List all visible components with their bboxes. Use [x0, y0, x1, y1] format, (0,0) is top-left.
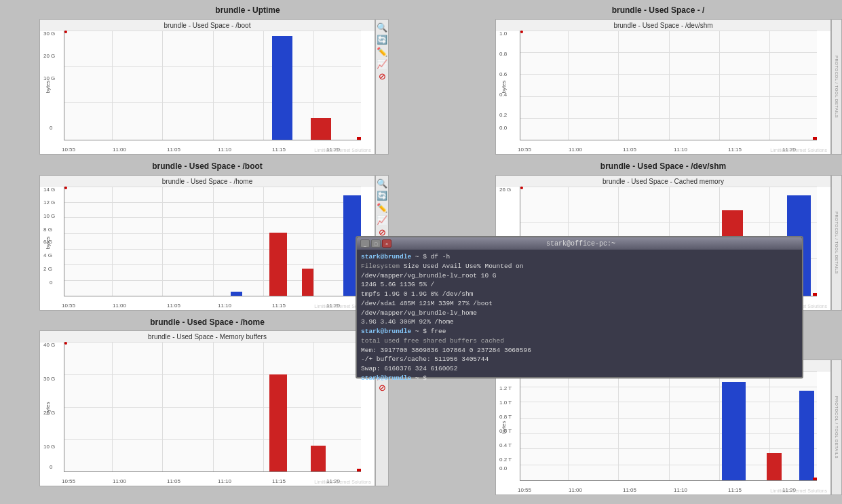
- edit-icon[interactable]: ✏️: [377, 47, 387, 57]
- bar-home-red2: [302, 269, 313, 296]
- chart-home-area: [64, 187, 361, 296]
- bar-home-red: [269, 233, 287, 296]
- chart-boot-watermark: Limitless Internet Solutions: [314, 148, 371, 153]
- terminal-titlebar: _ □ × stark@office-pc:~: [357, 237, 802, 250]
- terminal-close-btn[interactable]: ×: [382, 239, 391, 248]
- stop-icon[interactable]: ⊘: [379, 71, 386, 81]
- chart-home-panel: brundle - Used Space - /home bytes 14 G …: [39, 175, 375, 311]
- sidebar-right-mid: PROTOCOL / TOOL DETAILS: [831, 175, 842, 311]
- edit-icon2[interactable]: ✏️: [377, 203, 387, 213]
- search-icon[interactable]: 🔍: [377, 22, 387, 33]
- label-devshm-sub: brundle - Used Space - /dev/shm: [495, 161, 831, 171]
- sidebar-right-bot: PROTOCOL / TOOL DETAILS: [831, 360, 842, 495]
- sidebar-tools-left: 🔍 🔄 ✏️ 📈 ⊘: [375, 19, 389, 155]
- terminal-minimize-btn[interactable]: _: [360, 239, 370, 248]
- terminal-window[interactable]: _ □ × stark@office-pc:~ stark@brundle ~ …: [356, 236, 803, 379]
- chart-membuf-watermark: Limitless Internet Solutions: [314, 480, 371, 484]
- label-boot-sub: brundle - Used Space - /boot: [39, 161, 375, 171]
- chart-boot-panel: brundle - Used Space - /boot bytes 30 G …: [39, 19, 375, 155]
- chart-home-title: brundle - Used Space - /home: [40, 176, 375, 187]
- terminal-title: stark@office-pc:~: [391, 240, 770, 248]
- chart-boot-title: brundle - Used Space - /boot: [40, 20, 375, 31]
- title-used-space-root: brundle - Used Space - /: [489, 5, 828, 15]
- terminal-content: stark@brundle ~ $ df -h Filesystem Size …: [357, 250, 802, 386]
- refresh-icon[interactable]: 🔄: [377, 35, 387, 45]
- title-uptime: brundle - Uptime: [115, 5, 380, 15]
- sidebar-right-top: PROTOCOL / TOOL DETAILS: [831, 19, 842, 155]
- label-home-sub: brundle - Used Space - /home: [39, 317, 375, 327]
- chart-physical-watermark: Limitless Internet Solutions: [770, 488, 827, 493]
- chart-physical-area: [520, 371, 817, 481]
- bar-physical-blue2: [799, 391, 814, 480]
- chart-devshm-watermark: Limitless Internet Solutions: [770, 148, 827, 153]
- chart-devshm-title: brundle - Used Space - /dev/shm: [496, 20, 830, 31]
- bar-home-blue-small: [231, 292, 242, 296]
- chart-boot-ylabel: bytes: [45, 80, 51, 93]
- chart-membuf-title: brundle - Used Space - Memory buffers: [40, 331, 375, 343]
- bar-boot-red: [311, 118, 332, 140]
- bar-physical-blue: [722, 382, 746, 480]
- chart-boot-area: [64, 31, 361, 140]
- bar-membuf-red2: [311, 446, 326, 471]
- terminal-maximize-btn[interactable]: □: [371, 239, 381, 248]
- chart-membuf-panel: brundle - Used Space - Memory buffers by…: [39, 330, 375, 486]
- chart-devshm-area: [520, 31, 817, 140]
- chart-membuf-area: [64, 342, 361, 472]
- refresh-icon2[interactable]: 🔄: [377, 191, 387, 201]
- chart-icon[interactable]: 📈: [377, 59, 387, 69]
- bar-membuf-red: [269, 374, 287, 471]
- chart-devshm-panel: brundle - Used Space - /dev/shm bytes 1.…: [495, 19, 831, 155]
- search-icon2[interactable]: 🔍: [377, 178, 387, 189]
- chart-icon2[interactable]: 📈: [377, 215, 387, 225]
- bar-boot-blue: [272, 36, 293, 140]
- chart-cached-title: brundle - Used Space - Cached memory: [496, 176, 830, 187]
- bar-physical-red: [767, 453, 782, 480]
